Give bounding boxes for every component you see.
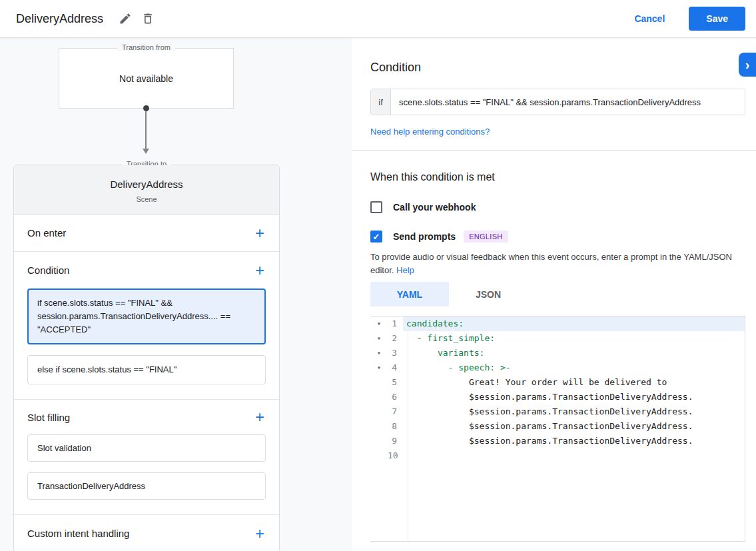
add-on-enter-button[interactable]: + [254,225,266,241]
add-condition-button[interactable]: + [254,263,266,278]
panel-divider [352,150,756,151]
line-number: 10 [388,448,402,463]
code-text: $session.params.TransactionDeliveryAddre… [403,404,745,419]
transition-connector [137,105,155,154]
code-text: $session.params.TransactionDeliveryAddre… [403,434,745,448]
webhook-checkbox[interactable]: ✓ [370,201,382,213]
code-text: $session.params.TransactionDeliveryAddre… [403,419,745,434]
slot-card[interactable]: Slot validation [27,434,266,462]
fold-spacer [370,448,388,463]
add-custom-intent-button[interactable]: + [254,526,266,542]
line-number: 6 [388,390,402,404]
trash-icon [141,12,155,25]
line-number: 3 [388,346,402,360]
send-prompts-checkbox[interactable]: ✓ [370,231,382,243]
scene-graph-panel: Transition from Not available Transition… [0,38,352,551]
line-number: 4 [388,360,402,375]
code-line[interactable]: 10 [370,448,745,463]
connector-line [145,111,147,149]
code-line[interactable]: ▾3 variants: [370,346,745,360]
line-number: 7 [388,404,402,419]
language-badge: ENGLISH [464,231,508,243]
edit-title-button[interactable] [114,7,137,30]
condition-section-label: Condition [27,265,69,276]
help-link[interactable]: Help [396,265,414,275]
scene-card-header[interactable]: DeliveryAddress Scene [14,165,279,215]
code-text: Great! Your order will be delivered to [403,375,745,390]
chevron-right-icon: › [745,57,750,73]
slot-card[interactable]: TransactionDeliveryAddress [27,472,266,500]
condition-expression-input[interactable] [391,89,745,115]
scene-name: DeliveryAddress [25,179,268,190]
code-line[interactable]: ▾4 - speech: >- [370,360,745,375]
fold-toggle-icon[interactable]: ▾ [370,331,388,346]
check-icon: ✓ [373,233,380,241]
delete-scene-button[interactable] [137,7,159,30]
code-lines: ▾1candidates:▾2 - first_simple:▾3 varian… [370,316,745,463]
fold-toggle-icon[interactable]: ▾ [370,360,388,375]
condition-row: Condition + [14,252,279,288]
code-line[interactable]: 6 $session.params.TransactionDeliveryAdd… [370,390,745,404]
fold-spacer [370,375,388,390]
prompt-description-text: To provide audio or visual feedback when… [370,252,732,275]
transition-from-value: Not available [119,73,173,84]
line-number: 9 [388,434,402,448]
line-number: 5 [388,375,402,390]
code-line[interactable]: 8 $session.params.TransactionDeliveryAdd… [370,419,745,434]
on-enter-row: On enter + [14,215,279,251]
code-text: - speech: >- [403,360,745,375]
scene-card: Transition to DeliveryAddress Scene On e… [13,165,280,551]
tab-json[interactable]: JSON [449,282,528,306]
code-line[interactable]: 9 $session.params.TransactionDeliveryAdd… [370,434,745,448]
if-prefix-label: if [371,89,391,115]
top-bar: DeliveryAddress Cancel Save [0,0,756,38]
prompt-description: To provide audio or visual feedback when… [370,251,745,277]
save-button[interactable]: Save [689,7,745,31]
slot-filling-label: Slot filling [27,412,70,423]
send-prompts-label: Send prompts [393,231,456,242]
conditions-help-link[interactable]: Need help entering conditions? [370,127,490,137]
webhook-label: Call your webhook [393,202,476,213]
editor-tabs: YAML JSON [370,282,745,306]
fold-spacer [370,404,388,419]
tab-yaml[interactable]: YAML [370,282,449,306]
fold-spacer [370,419,388,434]
custom-intent-label: Custom intent handling [27,528,129,539]
code-line[interactable]: ▾1candidates: [370,316,745,331]
on-enter-label: On enter [27,227,66,239]
condition-expression-row: if [370,89,745,115]
collapse-panel-button[interactable]: › [739,53,756,77]
yaml-editor[interactable]: ▾1candidates:▾2 - first_simple:▾3 varian… [370,316,745,542]
custom-intent-row: Custom intent handling + [14,515,279,551]
main-content: Transition from Not available Transition… [0,38,756,551]
cancel-button[interactable]: Cancel [634,13,665,24]
transition-from-label: Transition from [117,43,175,51]
condition-detail-panel: › Condition if Need help entering condit… [352,38,756,551]
slot-filling-row: Slot filling + [14,400,279,434]
section-custom-intent: Custom intent handling + [14,515,279,551]
code-line[interactable]: 5 Great! Your order will be delivered to [370,375,745,390]
fold-spacer [370,390,388,404]
condition-card[interactable]: else if scene.slots.status == "FINAL" [27,355,266,384]
code-line[interactable]: 7 $session.params.TransactionDeliveryAdd… [370,404,745,419]
fold-toggle-icon[interactable]: ▾ [370,316,388,331]
line-number: 1 [388,316,402,331]
page-title: DeliveryAddress [16,12,103,26]
code-line[interactable]: ▾2 - first_simple: [370,331,745,346]
code-text: $session.params.TransactionDeliveryAddre… [403,390,745,404]
scene-type: Scene [25,195,268,203]
code-text: - first_simple: [403,331,745,346]
arrow-down-icon [143,149,149,154]
add-slot-button[interactable]: + [254,409,266,425]
section-slot-filling: Slot filling + Slot validation Transacti… [14,400,279,515]
condition-heading: Condition [370,61,745,75]
code-text: variants: [403,346,745,360]
condition-card[interactable]: if scene.slots.status == "FINAL" && sess… [27,288,266,344]
line-number: 8 [388,419,402,434]
fold-toggle-icon[interactable]: ▾ [370,346,388,360]
transition-from-box: Transition from Not available [59,48,234,109]
section-condition: Condition + if scene.slots.status == "FI… [14,252,279,400]
pencil-icon [119,12,132,25]
section-on-enter: On enter + [14,215,279,252]
webhook-row: ✓ Call your webhook [370,201,745,213]
